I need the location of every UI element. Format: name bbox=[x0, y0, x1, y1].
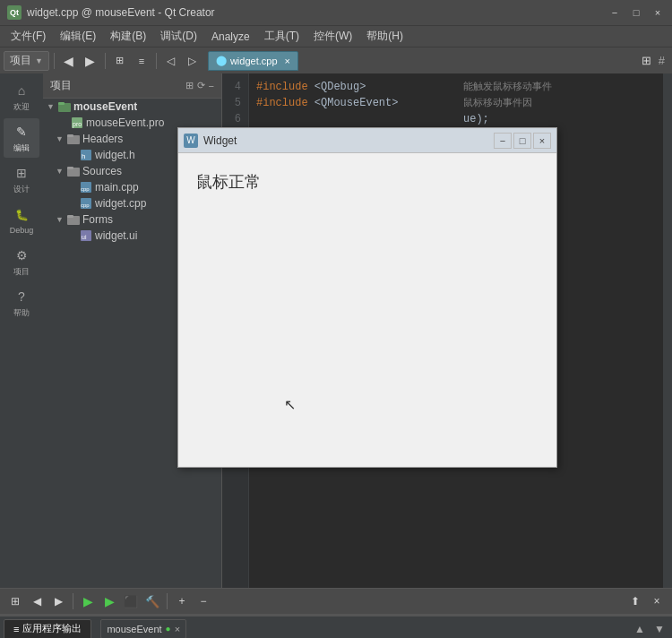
build-btn[interactable]: 🔨 bbox=[142, 591, 162, 611]
tree-label-root: mouseEvent bbox=[73, 100, 137, 113]
sidebar-item-help[interactable]: ? 帮助 bbox=[4, 283, 39, 323]
menu-edit[interactable]: 编辑(E) bbox=[53, 27, 103, 46]
file-icon-cpp-main: cpp bbox=[80, 181, 92, 194]
menu-tools[interactable]: 工具(T) bbox=[257, 27, 306, 46]
debug-icon: 🐛 bbox=[13, 206, 30, 224]
sidebar-label-design: 设计 bbox=[13, 184, 30, 195]
menu-file[interactable]: 文件(F) bbox=[4, 27, 53, 46]
widget-maximize-btn[interactable]: □ bbox=[513, 133, 531, 149]
sidebar-label-debug: Debug bbox=[10, 226, 34, 235]
editor-scrollbar[interactable] bbox=[663, 73, 672, 588]
debug-run-btn[interactable]: ▶ bbox=[99, 591, 119, 611]
widget-close-btn[interactable]: × bbox=[533, 133, 551, 149]
project-sync-btn[interactable]: ⟳ bbox=[197, 80, 205, 91]
toolbar-list-btn[interactable]: ≡ bbox=[132, 51, 151, 71]
output-clear-btn[interactable]: ⊞ bbox=[5, 591, 25, 611]
app-icon-text: Qt bbox=[10, 8, 19, 17]
sidebar-item-edit[interactable]: ✎ 编辑 bbox=[4, 118, 39, 158]
sidebar-item-project[interactable]: ⚙ 项目 bbox=[4, 242, 39, 281]
toolbar-prev-btn[interactable]: ◁ bbox=[161, 51, 181, 71]
project-dropdown[interactable]: 项目 ▼ bbox=[4, 51, 49, 71]
close-button[interactable]: × bbox=[650, 5, 665, 20]
bottom-panel-scroll-up[interactable]: ▲ bbox=[631, 620, 649, 638]
sidebar-icons: ⌂ 欢迎 ✎ 编辑 ⊞ 设计 🐛 Debug ⚙ 项目 ? 帮助 bbox=[0, 73, 43, 588]
file-icon-ui: ui bbox=[80, 229, 92, 242]
right-line-3: ue); bbox=[463, 111, 659, 127]
project-filter-btn[interactable]: ⊞ bbox=[185, 80, 194, 91]
project-dropdown-label: 项目 bbox=[10, 53, 31, 68]
svg-text:cpp: cpp bbox=[81, 186, 90, 192]
panel-close-btn[interactable]: × bbox=[647, 591, 667, 611]
tree-label-forms: Forms bbox=[82, 213, 113, 226]
svg-rect-9 bbox=[67, 167, 73, 169]
file-icon-cpp-widget: cpp bbox=[80, 197, 92, 210]
svg-rect-15 bbox=[67, 215, 73, 218]
bottom-tab-output[interactable]: ≡ 应用程序输出 bbox=[4, 619, 91, 639]
toolbar-fwd-btn[interactable]: ▶ bbox=[81, 51, 100, 71]
output-more-btn[interactable]: + bbox=[172, 591, 192, 611]
toolbar-sep-bottom2 bbox=[167, 593, 168, 609]
output-nav-next[interactable]: ▶ bbox=[48, 591, 68, 611]
file-icon-h: h bbox=[80, 149, 92, 161]
output-less-btn[interactable]: − bbox=[194, 591, 213, 611]
process-tab-label: mouseEvent bbox=[107, 624, 161, 634]
editor-tab-widget[interactable]: ⬤ widget.cpp × bbox=[208, 51, 298, 71]
project-collapse-btn[interactable]: − bbox=[209, 81, 214, 91]
run-btn[interactable]: ▶ bbox=[78, 591, 98, 611]
app-icon: Qt bbox=[7, 5, 22, 20]
process-tab[interactable]: mouseEvent ● × bbox=[100, 619, 186, 639]
svg-rect-1 bbox=[58, 102, 65, 105]
stop-btn[interactable]: ⬛ bbox=[121, 591, 141, 611]
output-nav-prev[interactable]: ◀ bbox=[27, 591, 47, 611]
tree-label-widgeth: widget.h bbox=[95, 149, 135, 161]
process-tab-close[interactable]: × bbox=[175, 624, 180, 634]
menu-analyze[interactable]: Analyze bbox=[204, 29, 257, 45]
panel-float-btn[interactable]: ⬆ bbox=[625, 591, 645, 611]
widget-minimize-btn[interactable]: − bbox=[494, 133, 512, 149]
editor-tab-label: widget.cpp bbox=[230, 56, 278, 66]
toolbar-zoom-btn[interactable]: ⊞ bbox=[110, 51, 130, 71]
toolbar-sep-2 bbox=[105, 53, 106, 69]
tree-label-widgetui: widget.ui bbox=[95, 229, 137, 242]
bottom-tab-label: 应用程序输出 bbox=[22, 622, 82, 635]
menu-bar: 文件(F) 编辑(E) 构建(B) 调试(D) Analyze 工具(T) 控件… bbox=[0, 25, 672, 47]
tree-arrow-forms: ▼ bbox=[56, 215, 65, 224]
sidebar-label-help: 帮助 bbox=[13, 307, 30, 319]
menu-debug[interactable]: 调试(D) bbox=[153, 27, 204, 46]
project-icon: ⚙ bbox=[13, 246, 30, 264]
svg-text:pro: pro bbox=[73, 121, 82, 128]
toolbar-back-btn[interactable]: ◀ bbox=[59, 51, 79, 71]
project-header-text: 项目 bbox=[50, 78, 182, 93]
toolbar-next-btn[interactable]: ▷ bbox=[183, 51, 202, 71]
widget-title-text: Widget bbox=[203, 134, 492, 147]
folder-icon-headers bbox=[67, 133, 80, 145]
editor-tab-close[interactable]: × bbox=[285, 56, 290, 66]
tree-root-mouseEvent[interactable]: ▼ mouseEvent bbox=[43, 99, 221, 115]
sidebar-label-welcome: 欢迎 bbox=[13, 101, 30, 113]
tree-label-pro: mouseEvent.pro bbox=[86, 116, 164, 129]
sidebar-label-project: 项目 bbox=[13, 266, 30, 278]
toolbar-sep-bottom bbox=[73, 593, 73, 609]
maximize-button[interactable]: □ bbox=[629, 5, 643, 20]
title-bar-controls: − □ × bbox=[607, 5, 665, 20]
bottom-tab-icon: ≡ bbox=[13, 624, 19, 634]
project-dropdown-icon: ▼ bbox=[35, 56, 43, 65]
bottom-panel-scroll-dn[interactable]: ▼ bbox=[650, 620, 668, 638]
menu-build[interactable]: 构建(B) bbox=[103, 27, 153, 46]
menu-help[interactable]: 帮助(H) bbox=[359, 27, 410, 46]
sidebar-item-debug[interactable]: 🐛 Debug bbox=[4, 201, 39, 240]
sidebar-item-welcome[interactable]: ⌂ 欢迎 bbox=[4, 77, 39, 116]
svg-rect-5 bbox=[67, 134, 73, 137]
widget-titlebar: W Widget − □ × bbox=[178, 128, 556, 153]
tree-label-widgetcpp: widget.cpp bbox=[95, 197, 146, 210]
svg-text:cpp: cpp bbox=[81, 203, 90, 208]
panel-controls: ⬆ × bbox=[625, 591, 667, 611]
menu-controls[interactable]: 控件(W) bbox=[306, 27, 359, 46]
toolbar-search-btn[interactable]: ⊞ bbox=[637, 51, 657, 71]
minimize-button[interactable]: − bbox=[607, 5, 622, 20]
toolbar-hash: # bbox=[659, 54, 665, 67]
edit-icon: ✎ bbox=[13, 123, 30, 141]
tree-label-headers: Headers bbox=[82, 133, 123, 145]
tree-label-sources: Sources bbox=[82, 165, 122, 177]
sidebar-item-design[interactable]: ⊞ 设计 bbox=[4, 160, 39, 199]
